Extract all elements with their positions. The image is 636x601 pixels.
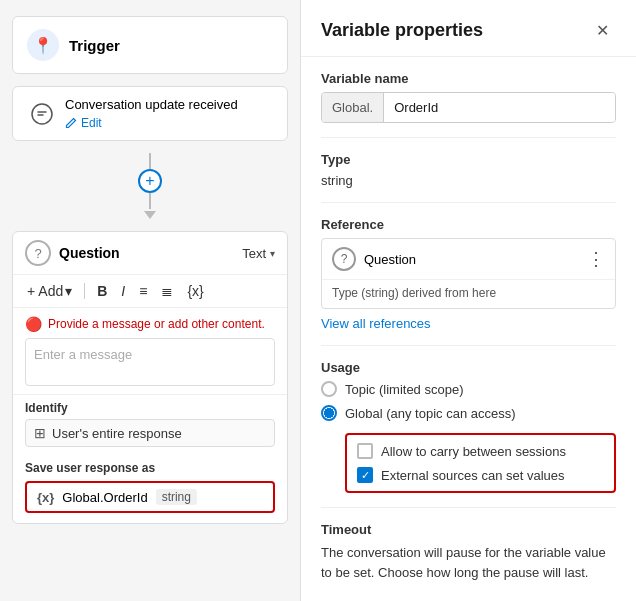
- carry-sessions-option[interactable]: Allow to carry between sessions: [357, 443, 604, 459]
- question-type-selector[interactable]: Text ▾: [242, 246, 275, 261]
- type-value: string: [321, 173, 616, 188]
- question-header-left: ? Question: [25, 240, 120, 266]
- error-icon: 🔴: [25, 316, 42, 332]
- left-panel: 📍 Trigger Conversation update received E…: [0, 0, 300, 601]
- type-label: Type: [321, 152, 616, 167]
- reference-desc: Type (string) derived from here: [322, 279, 615, 308]
- right-panel: Variable properties ✕ Variable name Glob…: [300, 0, 636, 601]
- variable-icon: {x}: [37, 490, 54, 505]
- error-message: 🔴 Provide a message or add other content…: [25, 316, 275, 332]
- conversation-title: Conversation update received: [65, 97, 238, 112]
- reference-item-left: ? Question: [332, 247, 416, 271]
- edit-icon: [65, 117, 77, 129]
- timeout-label: Timeout: [321, 522, 616, 537]
- question-card: ? Question Text ▾ + Add ▾ B I ≡: [12, 231, 288, 524]
- reference-box: ? Question ⋮ Type (string) derived from …: [321, 238, 616, 309]
- trigger-icon: 📍: [27, 29, 59, 61]
- reference-section: Reference ? Question ⋮ Type (string) der…: [321, 217, 616, 331]
- variable-name-label: Variable name: [321, 71, 616, 86]
- add-chevron-icon: ▾: [65, 283, 72, 299]
- bold-button[interactable]: B: [93, 281, 111, 301]
- message-input[interactable]: Enter a message: [25, 338, 275, 386]
- external-sources-checkbox: ✓: [357, 467, 373, 483]
- timeout-desc: The conversation will pause for the vari…: [321, 543, 616, 582]
- external-sources-label: External sources can set values: [381, 468, 565, 483]
- global-radio: [321, 405, 337, 421]
- question-icon: ?: [25, 240, 51, 266]
- global-options-box: Allow to carry between sessions ✓ Extern…: [345, 433, 616, 493]
- reference-icon: ?: [332, 247, 356, 271]
- save-label: Save user response as: [25, 461, 275, 475]
- identify-section: Identify ⊞ User's entire response: [13, 394, 287, 455]
- panel-header: Variable properties ✕: [301, 0, 636, 57]
- timeout-section: Timeout The conversation will pause for …: [321, 522, 616, 582]
- identify-label: Identify: [25, 401, 275, 415]
- divider-4: [321, 507, 616, 508]
- reference-item: ? Question ⋮: [322, 239, 615, 279]
- usage-topic-option[interactable]: Topic (limited scope): [321, 381, 616, 397]
- reference-more-button[interactable]: ⋮: [587, 250, 605, 268]
- message-placeholder: Enter a message: [34, 347, 132, 362]
- usage-label: Usage: [321, 360, 616, 375]
- connector-line-top: [149, 153, 151, 169]
- toolbar-separator-1: [84, 283, 85, 299]
- panel-title: Variable properties: [321, 20, 483, 41]
- variable-name: Global.OrderId: [62, 490, 147, 505]
- italic-button[interactable]: I: [117, 281, 129, 301]
- divider-3: [321, 345, 616, 346]
- variable-name-input[interactable]: [384, 93, 615, 122]
- grid-icon: ⊞: [34, 425, 46, 441]
- trigger-card: 📍 Trigger: [12, 16, 288, 74]
- global-label: Global (any topic can access): [345, 406, 516, 421]
- divider-2: [321, 202, 616, 203]
- close-button[interactable]: ✕: [588, 16, 616, 44]
- save-section: Save user response as {x} Global.OrderId…: [13, 455, 287, 523]
- add-button[interactable]: + Add ▾: [23, 281, 76, 301]
- bullet-list-button[interactable]: ≡: [135, 281, 151, 301]
- question-body: 🔴 Provide a message or add other content…: [13, 308, 287, 394]
- connector: +: [12, 153, 288, 219]
- question-header: ? Question Text ▾: [13, 232, 287, 275]
- reference-name: Question: [364, 252, 416, 267]
- topic-label: Topic (limited scope): [345, 382, 464, 397]
- add-node-button[interactable]: +: [138, 169, 162, 193]
- conversation-icon: [31, 103, 53, 125]
- connector-line-bottom: [149, 193, 151, 209]
- divider-1: [321, 137, 616, 138]
- reference-label: Reference: [321, 217, 616, 232]
- external-sources-option[interactable]: ✓ External sources can set values: [357, 467, 604, 483]
- type-section: Type string: [321, 152, 616, 188]
- trigger-label: Trigger: [69, 37, 120, 54]
- indent-button[interactable]: ≣: [157, 281, 177, 301]
- svg-point-0: [32, 104, 52, 124]
- variable-button[interactable]: {x}: [183, 281, 207, 301]
- topic-radio: [321, 381, 337, 397]
- conversation-card: Conversation update received Edit: [12, 86, 288, 141]
- variable-name-section: Variable name Global.: [321, 71, 616, 123]
- carry-sessions-label: Allow to carry between sessions: [381, 444, 566, 459]
- save-variable-box[interactable]: {x} Global.OrderId string: [25, 481, 275, 513]
- variable-name-box: Global.: [321, 92, 616, 123]
- variable-prefix: Global.: [322, 93, 384, 122]
- edit-link[interactable]: Edit: [65, 116, 238, 130]
- question-toolbar: + Add ▾ B I ≡ ≣ {x}: [13, 275, 287, 308]
- view-all-references-link[interactable]: View all references: [321, 316, 431, 331]
- chevron-down-icon: ▾: [270, 248, 275, 259]
- panel-body: Variable name Global. Type string Refere…: [301, 57, 636, 596]
- variable-type: string: [156, 489, 197, 505]
- usage-radio-group: Topic (limited scope) Global (any topic …: [321, 381, 616, 493]
- question-title: Question: [59, 245, 120, 261]
- carry-sessions-checkbox: [357, 443, 373, 459]
- question-type-label: Text: [242, 246, 266, 261]
- close-icon: ✕: [596, 21, 609, 40]
- identify-value[interactable]: ⊞ User's entire response: [25, 419, 275, 447]
- identify-text: User's entire response: [52, 426, 182, 441]
- usage-global-option[interactable]: Global (any topic can access): [321, 405, 616, 421]
- edit-label: Edit: [81, 116, 102, 130]
- connector-arrow: [144, 211, 156, 219]
- usage-section: Usage Topic (limited scope) Global (any …: [321, 360, 616, 493]
